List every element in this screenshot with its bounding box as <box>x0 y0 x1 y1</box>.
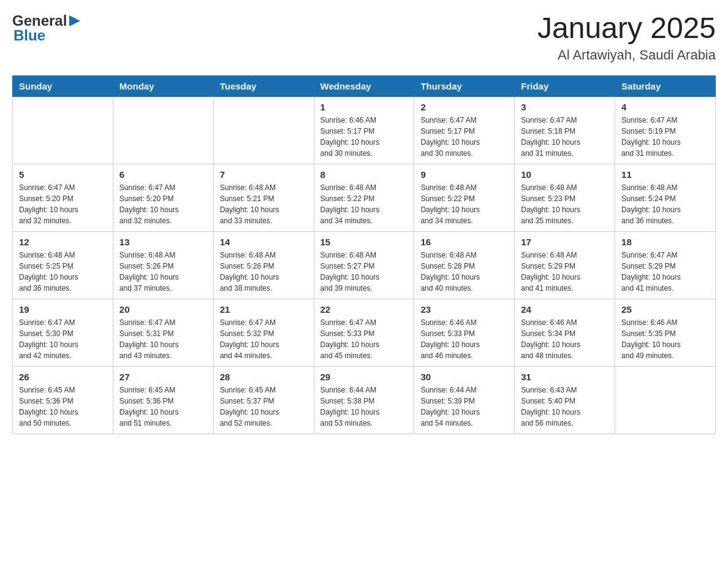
table-row: 12Sunrise: 6:48 AM Sunset: 5:25 PM Dayli… <box>13 231 113 299</box>
day-number: 6 <box>119 169 207 180</box>
day-number: 19 <box>19 304 107 315</box>
table-row: 28Sunrise: 6:45 AM Sunset: 5:37 PM Dayli… <box>213 366 314 434</box>
day-info: Sunrise: 6:48 AM Sunset: 5:23 PM Dayligh… <box>521 182 609 226</box>
header-tuesday: Tuesday <box>213 75 314 96</box>
table-row: 11Sunrise: 6:48 AM Sunset: 5:24 PM Dayli… <box>615 164 716 231</box>
day-number: 26 <box>19 372 107 382</box>
day-info: Sunrise: 6:45 AM Sunset: 5:36 PM Dayligh… <box>19 385 107 429</box>
day-info: Sunrise: 6:48 AM Sunset: 5:26 PM Dayligh… <box>119 250 207 294</box>
day-info: Sunrise: 6:48 AM Sunset: 5:25 PM Dayligh… <box>19 250 107 294</box>
month-title: January 2025 <box>537 12 716 45</box>
table-row: 5Sunrise: 6:47 AM Sunset: 5:20 PM Daylig… <box>13 164 113 231</box>
calendar-header-row: Sunday Monday Tuesday Wednesday Thursday… <box>13 75 716 96</box>
day-info: Sunrise: 6:46 AM Sunset: 5:17 PM Dayligh… <box>320 115 408 159</box>
table-row: 18Sunrise: 6:47 AM Sunset: 5:29 PM Dayli… <box>615 231 716 299</box>
table-row <box>615 366 716 434</box>
day-number: 8 <box>320 169 408 180</box>
day-info: Sunrise: 6:47 AM Sunset: 5:20 PM Dayligh… <box>119 182 207 226</box>
day-info: Sunrise: 6:47 AM Sunset: 5:32 PM Dayligh… <box>220 317 308 361</box>
header-saturday: Saturday <box>615 75 716 96</box>
day-info: Sunrise: 6:48 AM Sunset: 5:29 PM Dayligh… <box>521 250 609 294</box>
day-number: 30 <box>420 372 508 382</box>
day-info: Sunrise: 6:45 AM Sunset: 5:36 PM Dayligh… <box>119 385 207 429</box>
location-title: Al Artawiyah, Saudi Arabia <box>537 47 716 63</box>
table-row: 24Sunrise: 6:46 AM Sunset: 5:34 PM Dayli… <box>515 299 615 366</box>
header-monday: Monday <box>113 75 213 96</box>
day-number: 14 <box>220 237 308 247</box>
table-row: 9Sunrise: 6:48 AM Sunset: 5:22 PM Daylig… <box>414 164 515 231</box>
table-row: 26Sunrise: 6:45 AM Sunset: 5:36 PM Dayli… <box>13 366 113 434</box>
svg-marker-0 <box>69 15 80 26</box>
day-info: Sunrise: 6:48 AM Sunset: 5:21 PM Dayligh… <box>220 182 308 226</box>
day-info: Sunrise: 6:44 AM Sunset: 5:38 PM Dayligh… <box>320 385 408 429</box>
header-wednesday: Wednesday <box>314 75 414 96</box>
day-info: Sunrise: 6:44 AM Sunset: 5:39 PM Dayligh… <box>420 385 508 429</box>
table-row: 27Sunrise: 6:45 AM Sunset: 5:36 PM Dayli… <box>113 366 213 434</box>
day-number: 10 <box>521 169 609 180</box>
logo-arrow-icon <box>68 14 82 28</box>
day-number: 23 <box>420 304 508 315</box>
day-number: 4 <box>621 102 709 112</box>
day-number: 20 <box>119 304 207 315</box>
day-info: Sunrise: 6:47 AM Sunset: 5:17 PM Dayligh… <box>420 115 508 159</box>
day-number: 9 <box>420 169 508 180</box>
table-row: 22Sunrise: 6:47 AM Sunset: 5:33 PM Dayli… <box>314 299 414 366</box>
table-row: 8Sunrise: 6:48 AM Sunset: 5:22 PM Daylig… <box>314 164 414 231</box>
day-number: 1 <box>320 102 408 112</box>
table-row: 25Sunrise: 6:46 AM Sunset: 5:35 PM Dayli… <box>615 299 716 366</box>
table-row: 14Sunrise: 6:48 AM Sunset: 5:26 PM Dayli… <box>213 231 314 299</box>
day-info: Sunrise: 6:46 AM Sunset: 5:35 PM Dayligh… <box>621 317 709 361</box>
header-friday: Friday <box>515 75 615 96</box>
day-number: 12 <box>19 237 107 247</box>
day-number: 16 <box>420 237 508 247</box>
header-sunday: Sunday <box>13 75 113 96</box>
table-row: 15Sunrise: 6:48 AM Sunset: 5:27 PM Dayli… <box>314 231 414 299</box>
calendar-week-row: 26Sunrise: 6:45 AM Sunset: 5:36 PM Dayli… <box>13 366 716 434</box>
day-number: 29 <box>320 372 408 382</box>
day-number: 25 <box>621 304 709 315</box>
day-number: 15 <box>320 237 408 247</box>
table-row: 23Sunrise: 6:46 AM Sunset: 5:33 PM Dayli… <box>414 299 515 366</box>
day-info: Sunrise: 6:45 AM Sunset: 5:37 PM Dayligh… <box>220 385 308 429</box>
table-row: 31Sunrise: 6:43 AM Sunset: 5:40 PM Dayli… <box>515 366 615 434</box>
table-row: 4Sunrise: 6:47 AM Sunset: 5:19 PM Daylig… <box>615 96 716 164</box>
table-row: 13Sunrise: 6:48 AM Sunset: 5:26 PM Dayli… <box>113 231 213 299</box>
day-info: Sunrise: 6:46 AM Sunset: 5:33 PM Dayligh… <box>420 317 508 361</box>
calendar-body: 1Sunrise: 6:46 AM Sunset: 5:17 PM Daylig… <box>13 96 716 434</box>
day-number: 18 <box>621 237 709 247</box>
day-number: 17 <box>521 237 609 247</box>
logo: General Blue <box>12 12 82 44</box>
day-info: Sunrise: 6:48 AM Sunset: 5:24 PM Dayligh… <box>621 182 709 226</box>
day-info: Sunrise: 6:48 AM Sunset: 5:26 PM Dayligh… <box>220 250 308 294</box>
calendar-week-row: 1Sunrise: 6:46 AM Sunset: 5:17 PM Daylig… <box>13 96 716 164</box>
day-number: 7 <box>220 169 308 180</box>
day-info: Sunrise: 6:47 AM Sunset: 5:29 PM Dayligh… <box>621 250 709 294</box>
calendar-week-row: 19Sunrise: 6:47 AM Sunset: 5:30 PM Dayli… <box>13 299 716 366</box>
table-row: 16Sunrise: 6:48 AM Sunset: 5:28 PM Dayli… <box>414 231 515 299</box>
table-row: 21Sunrise: 6:47 AM Sunset: 5:32 PM Dayli… <box>213 299 314 366</box>
page-header: General Blue January 2025 Al Artawiyah, … <box>12 12 716 63</box>
day-info: Sunrise: 6:47 AM Sunset: 5:31 PM Dayligh… <box>119 317 207 361</box>
day-number: 31 <box>521 372 609 382</box>
table-row: 20Sunrise: 6:47 AM Sunset: 5:31 PM Dayli… <box>113 299 213 366</box>
day-info: Sunrise: 6:47 AM Sunset: 5:30 PM Dayligh… <box>19 317 107 361</box>
table-row <box>13 96 113 164</box>
day-number: 28 <box>220 372 308 382</box>
calendar-week-row: 12Sunrise: 6:48 AM Sunset: 5:25 PM Dayli… <box>13 231 716 299</box>
table-row: 30Sunrise: 6:44 AM Sunset: 5:39 PM Dayli… <box>414 366 515 434</box>
logo-blue-text: Blue <box>13 27 45 44</box>
day-info: Sunrise: 6:48 AM Sunset: 5:22 PM Dayligh… <box>420 182 508 226</box>
calendar-table: Sunday Monday Tuesday Wednesday Thursday… <box>12 75 716 434</box>
table-row: 6Sunrise: 6:47 AM Sunset: 5:20 PM Daylig… <box>113 164 213 231</box>
calendar-week-row: 5Sunrise: 6:47 AM Sunset: 5:20 PM Daylig… <box>13 164 716 231</box>
day-number: 3 <box>521 102 609 112</box>
day-number: 11 <box>621 169 709 180</box>
table-row: 10Sunrise: 6:48 AM Sunset: 5:23 PM Dayli… <box>515 164 615 231</box>
table-row: 19Sunrise: 6:47 AM Sunset: 5:30 PM Dayli… <box>13 299 113 366</box>
day-number: 13 <box>119 237 207 247</box>
day-number: 5 <box>19 169 107 180</box>
day-info: Sunrise: 6:48 AM Sunset: 5:27 PM Dayligh… <box>320 250 408 294</box>
table-row <box>213 96 314 164</box>
table-row: 7Sunrise: 6:48 AM Sunset: 5:21 PM Daylig… <box>213 164 314 231</box>
title-section: January 2025 Al Artawiyah, Saudi Arabia <box>537 12 716 63</box>
